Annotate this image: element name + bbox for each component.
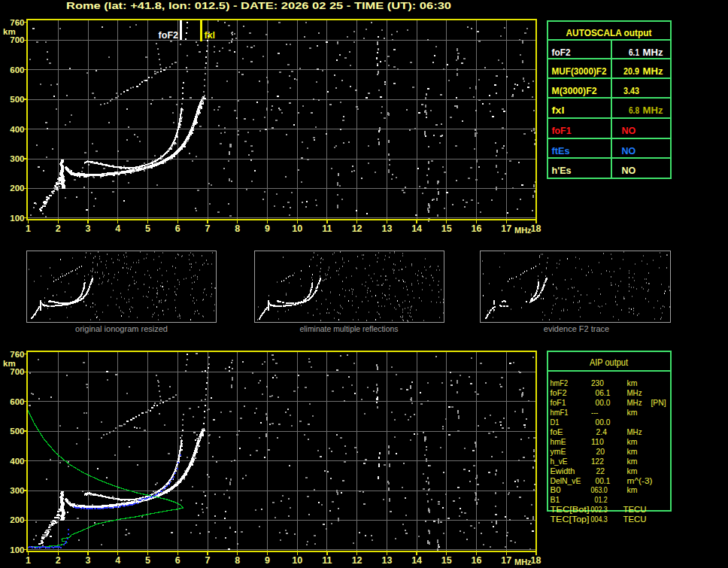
svg-text:2.4: 2.4 (596, 427, 608, 436)
svg-text:6: 6 (175, 223, 180, 234)
svg-text:1: 1 (26, 555, 31, 566)
svg-text:[PN]: [PN] (651, 398, 666, 407)
svg-text:4: 4 (115, 223, 120, 234)
svg-text:12: 12 (352, 555, 362, 566)
svg-text:11: 11 (322, 223, 332, 234)
svg-text:4: 4 (115, 555, 120, 566)
svg-text:14: 14 (411, 223, 422, 234)
svg-text:400: 400 (10, 457, 24, 466)
svg-text:13: 13 (381, 555, 392, 566)
svg-text:5: 5 (145, 223, 150, 234)
svg-text:2: 2 (56, 555, 61, 566)
svg-text:100: 100 (10, 214, 24, 223)
svg-text:km: km (627, 378, 638, 387)
svg-text:400: 400 (10, 125, 24, 134)
svg-text:600: 600 (10, 397, 24, 406)
svg-text:9: 9 (265, 555, 270, 566)
svg-text:TEC[Top]: TEC[Top] (551, 515, 590, 524)
svg-text:6: 6 (175, 555, 180, 566)
svg-text:06.1: 06.1 (596, 388, 611, 397)
svg-text:B0: B0 (551, 485, 561, 494)
svg-text:B1: B1 (551, 495, 560, 504)
svg-text:00.1: 00.1 (596, 476, 611, 485)
svg-text:22: 22 (596, 466, 605, 475)
svg-text:km: km (627, 437, 638, 446)
svg-text:TEC[Bot]: TEC[Bot] (551, 505, 590, 514)
svg-text:7: 7 (205, 223, 211, 234)
svg-text:3: 3 (86, 223, 91, 234)
svg-text:7: 7 (205, 555, 211, 566)
svg-text:original ionogram resized: original ionogram resized (75, 324, 168, 333)
svg-text:200: 200 (10, 184, 24, 193)
svg-text:D1: D1 (551, 418, 560, 427)
svg-text:M(3000)F2: M(3000)F2 (552, 86, 597, 96)
svg-text:MHz: MHz (643, 47, 663, 58)
svg-text:300: 300 (10, 154, 24, 163)
svg-text:foF2: foF2 (159, 30, 178, 41)
svg-text:h'Es: h'Es (552, 166, 572, 176)
svg-text:6.1: 6.1 (629, 47, 639, 58)
svg-text:11: 11 (322, 555, 332, 566)
svg-text:MHz: MHz (627, 427, 642, 436)
svg-text:km: km (627, 485, 638, 494)
svg-text:evidence F2 trace: evidence F2 trace (544, 324, 609, 333)
svg-text:18: 18 (531, 223, 541, 234)
svg-text:5: 5 (145, 555, 150, 566)
svg-text:---: --- (591, 408, 599, 417)
svg-text:MHz: MHz (627, 388, 642, 397)
svg-text:002.3: 002.3 (591, 505, 608, 514)
svg-text:200: 200 (10, 515, 24, 524)
svg-text:10: 10 (292, 223, 302, 234)
svg-text:TECU: TECU (623, 505, 647, 514)
svg-text:9: 9 (265, 223, 270, 234)
svg-text:15: 15 (441, 223, 452, 234)
svg-text:110: 110 (591, 437, 604, 446)
svg-text:ymE: ymE (551, 447, 566, 456)
svg-text:TECU: TECU (623, 515, 647, 524)
svg-text:600: 600 (10, 65, 24, 74)
svg-text:004.3: 004.3 (591, 515, 608, 524)
svg-text:00.0: 00.0 (596, 418, 611, 427)
svg-text:AUTOSCALA output: AUTOSCALA output (566, 27, 653, 38)
svg-text:10: 10 (292, 555, 302, 566)
svg-text:km: km (3, 27, 16, 36)
svg-text:3.43: 3.43 (623, 86, 639, 96)
svg-text:hmF1: hmF1 (551, 408, 569, 417)
svg-text:1: 1 (26, 223, 31, 234)
svg-text:14: 14 (411, 555, 422, 566)
svg-text:eliminate multiple reflections: eliminate multiple reflections (300, 324, 399, 333)
svg-text:20: 20 (596, 447, 605, 456)
svg-text:15: 15 (441, 555, 452, 566)
svg-text:00.0: 00.0 (596, 398, 611, 407)
svg-text:13: 13 (381, 223, 392, 234)
svg-text:8: 8 (235, 223, 240, 234)
svg-text:foF2: foF2 (552, 47, 571, 58)
svg-text:NO: NO (622, 126, 636, 136)
svg-text:01.2: 01.2 (595, 495, 608, 504)
svg-text:hmE: hmE (551, 437, 566, 446)
svg-text:100: 100 (10, 545, 24, 554)
svg-text:MHz: MHz (627, 398, 642, 407)
svg-text:17: 17 (501, 223, 511, 234)
svg-text:063.0: 063.0 (591, 485, 608, 494)
svg-text:MHz: MHz (643, 105, 663, 116)
svg-text:foF1: foF1 (551, 398, 566, 407)
svg-text:fxl: fxl (552, 105, 565, 116)
svg-text:20.9: 20.9 (623, 66, 639, 77)
svg-text:17: 17 (501, 555, 511, 566)
svg-text:km: km (627, 466, 638, 475)
svg-text:NO: NO (622, 166, 636, 176)
svg-text:230: 230 (591, 378, 604, 387)
svg-text:MHz: MHz (514, 226, 532, 235)
svg-text:Rome (lat: +41.8, lon: 012.5): Rome (lat: +41.8, lon: 012.5) - DATE: 20… (66, 0, 451, 11)
svg-text:NO: NO (622, 146, 636, 156)
svg-text:500: 500 (10, 427, 24, 436)
svg-text:m^(-3): m^(-3) (627, 476, 653, 485)
svg-text:700: 700 (10, 367, 24, 376)
svg-text:16: 16 (472, 223, 482, 234)
svg-text:Ewidth: Ewidth (551, 466, 575, 475)
svg-text:12: 12 (352, 223, 362, 234)
svg-text:h_vE: h_vE (551, 457, 568, 466)
svg-text:MHz: MHz (643, 66, 663, 77)
svg-text:foE: foE (551, 427, 563, 436)
